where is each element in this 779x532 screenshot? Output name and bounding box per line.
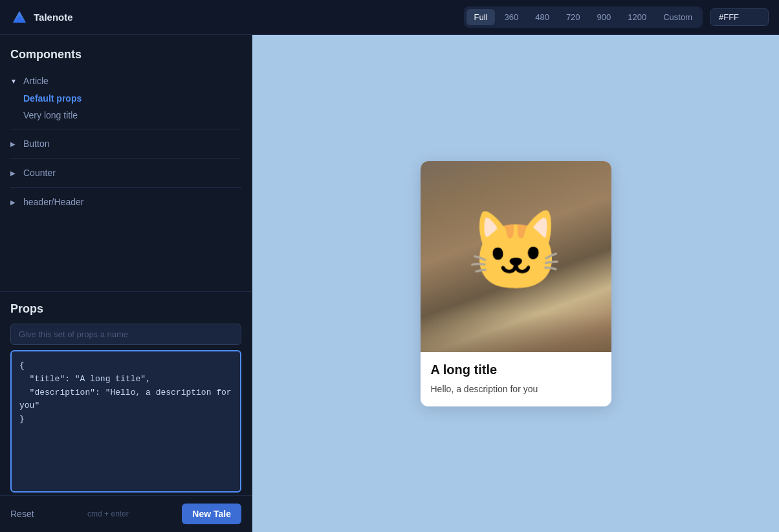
sidebar-item-header[interactable]: ▶ header/Header (10, 193, 241, 211)
sidebar-item-label: Article (23, 76, 49, 86)
chevron-right-icon: ▶ (10, 170, 21, 177)
vp-custom[interactable]: Custom (655, 9, 700, 25)
card-description: Hello, a description for you (431, 382, 601, 396)
reset-button[interactable]: Reset (10, 509, 34, 519)
viewport-buttons: Full 360 480 720 900 1200 Custom (464, 6, 703, 28)
sidebar-item-button[interactable]: ▶ Button (10, 135, 241, 153)
vp-360[interactable]: 360 (496, 9, 526, 25)
sidebar: Components ▼ Article Default props Very … (0, 35, 252, 532)
app-title: Talenote (34, 12, 73, 23)
sidebar-top: Components ▼ Article Default props Very … (0, 35, 252, 291)
chevron-right-icon: ▶ (10, 140, 21, 148)
color-input[interactable] (710, 8, 769, 26)
chevron-down-icon: ▼ (10, 78, 21, 85)
divider-1 (10, 129, 241, 129)
sidebar-item-counter[interactable]: ▶ Counter (10, 164, 241, 182)
props-title: Props (10, 302, 241, 316)
logo-area: Talenote (10, 8, 73, 27)
sidebar-child-very-long-title[interactable]: Very long title (23, 107, 241, 124)
sidebar-item-label: header/Header (23, 197, 83, 207)
chevron-right-icon: ▶ (10, 199, 21, 206)
vp-720[interactable]: 720 (558, 9, 588, 25)
divider-3 (10, 187, 241, 188)
components-title: Components (10, 48, 241, 61)
article-children: Default props Very long title (23, 90, 241, 124)
new-tale-button[interactable]: New Tale (182, 504, 241, 524)
card-image (421, 161, 611, 352)
shortcut-hint: cmd + enter (87, 509, 129, 518)
vp-480[interactable]: 480 (527, 9, 557, 25)
main-layout: Components ▼ Article Default props Very … (0, 35, 779, 532)
article-card: A long title Hello, a description for yo… (421, 161, 611, 406)
topbar: Talenote Full 360 480 720 900 1200 Custo… (0, 0, 779, 35)
logo-icon (10, 8, 28, 27)
sidebar-item-label: Button (23, 139, 49, 149)
vp-900[interactable]: 900 (589, 9, 619, 25)
vp-1200[interactable]: 1200 (620, 9, 654, 25)
sidebar-item-article[interactable]: ▼ Article (10, 72, 241, 90)
preview-area: A long title Hello, a description for yo… (252, 35, 779, 532)
props-textarea[interactable]: { "title": "A long title", "description"… (10, 350, 241, 493)
card-title: A long title (431, 362, 601, 377)
props-name-input[interactable] (10, 324, 241, 345)
vp-full[interactable]: Full (466, 9, 496, 25)
props-section: Props { "title": "A long title", "descri… (0, 291, 252, 495)
divider-2 (10, 158, 241, 159)
card-body: A long title Hello, a description for yo… (421, 352, 611, 406)
sidebar-child-default-props[interactable]: Default props (23, 90, 241, 107)
sidebar-footer: Reset cmd + enter New Tale (0, 495, 252, 532)
sidebar-item-label: Counter (23, 168, 56, 178)
